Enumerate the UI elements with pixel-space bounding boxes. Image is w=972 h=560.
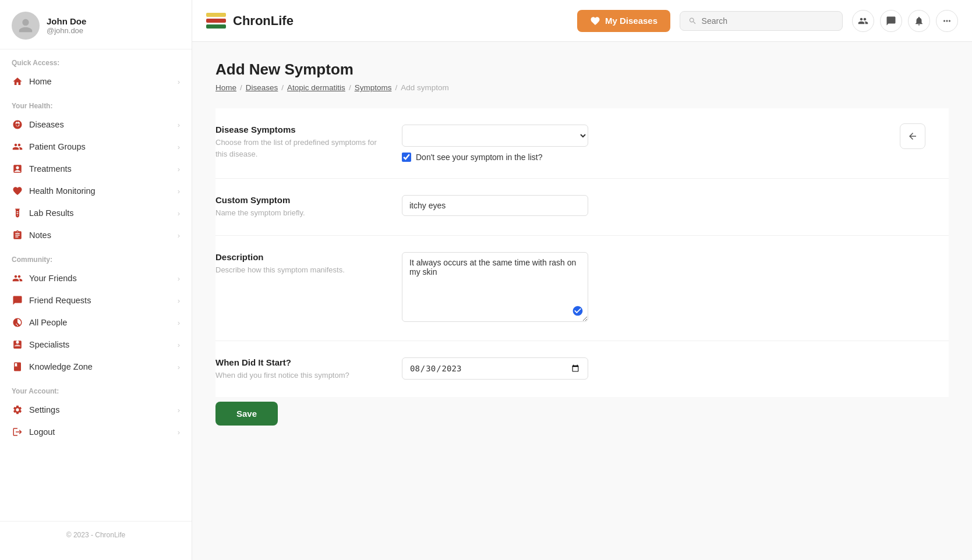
- sidebar-item-health-monitoring[interactable]: Health Monitoring ›: [0, 180, 192, 202]
- breadcrumb-disease-name[interactable]: Atopic dermatitis: [287, 83, 345, 92]
- chevron-icon: ›: [178, 274, 180, 283]
- chevron-icon: ›: [178, 428, 180, 437]
- breadcrumb-sep: /: [395, 83, 397, 92]
- group-icon: [12, 141, 23, 153]
- disease-symptoms-input-col: Don't see your symptom in the list?: [402, 125, 949, 162]
- logo-text: ChronLife: [233, 13, 294, 29]
- health-icon: [12, 185, 23, 197]
- sidebar-item-label: Knowledge Zone: [29, 362, 93, 371]
- sidebar-item-lab-results[interactable]: Lab Results ›: [0, 202, 192, 224]
- sidebar-item-your-friends[interactable]: Your Friends ›: [0, 267, 192, 289]
- chevron-icon: ›: [178, 120, 180, 129]
- breadcrumb-home[interactable]: Home: [215, 83, 236, 92]
- bell-button[interactable]: [908, 10, 930, 32]
- when-started-desc: When did you first notice this symptom?: [215, 370, 379, 381]
- user-handle: @john.doe: [47, 26, 86, 35]
- chat-button[interactable]: [880, 10, 902, 32]
- community-label: Community:: [0, 246, 192, 267]
- page-title: Add New Symptom: [215, 61, 949, 79]
- sidebar-item-label: Notes: [29, 231, 51, 240]
- chevron-icon: ›: [178, 318, 180, 327]
- quick-access-label: Quick Access:: [0, 49, 192, 70]
- chevron-icon: ›: [178, 187, 180, 196]
- search-input[interactable]: [702, 16, 834, 26]
- main-wrapper: ChronLife My Diseases: [192, 0, 972, 560]
- sidebar-item-logout[interactable]: Logout ›: [0, 421, 192, 443]
- knowledge-icon: [12, 361, 23, 373]
- sidebar-item-treatments[interactable]: Treatments ›: [0, 158, 192, 180]
- requests-icon: [12, 295, 23, 306]
- sidebar-item-label: Your Friends: [29, 274, 77, 283]
- lab-icon: [12, 207, 23, 219]
- people-icon: [12, 317, 23, 328]
- sidebar-item-all-people[interactable]: All People ›: [0, 311, 192, 334]
- custom-symptom-title: Custom Symptom: [215, 195, 379, 205]
- breadcrumb: Home / Diseases / Atopic dermatitis / Sy…: [215, 83, 949, 92]
- sidebar-item-specialists[interactable]: Specialists ›: [0, 334, 192, 356]
- more-header-icon: [942, 16, 952, 26]
- header-icons: [852, 10, 958, 32]
- friends-icon: [12, 272, 23, 284]
- bell-header-icon: [914, 16, 924, 26]
- sidebar-item-home[interactable]: Home ›: [0, 70, 192, 93]
- when-started-date-input[interactable]: [402, 357, 588, 380]
- people-button[interactable]: [852, 10, 874, 32]
- sidebar-item-knowledge-zone[interactable]: Knowledge Zone ›: [0, 356, 192, 378]
- disease-symptoms-select[interactable]: [402, 125, 588, 147]
- back-button[interactable]: [900, 123, 925, 149]
- chevron-icon: ›: [178, 341, 180, 349]
- custom-symptom-input[interactable]: [402, 195, 588, 216]
- textarea-wrapper: It always occurs at the same time with r…: [402, 252, 588, 324]
- spell-check-icon: [572, 305, 584, 320]
- home-icon: [12, 76, 23, 87]
- disease-icon: [12, 119, 23, 130]
- chat-header-icon: [886, 16, 896, 26]
- sidebar-item-patient-groups[interactable]: Patient Groups ›: [0, 136, 192, 158]
- breadcrumb-sep: /: [240, 83, 242, 92]
- dont-see-symptom-row: Don't see your symptom in the list?: [402, 153, 949, 162]
- footer-text: © 2023 - ChronLife: [0, 521, 192, 548]
- description-title: Description: [215, 252, 379, 262]
- sidebar-item-friend-requests[interactable]: Friend Requests ›: [0, 289, 192, 311]
- form-section: Disease Symptoms Choose from the list of…: [215, 108, 949, 397]
- settings-icon: [12, 404, 23, 416]
- sidebar-item-diseases[interactable]: Diseases ›: [0, 114, 192, 136]
- search-icon: [688, 16, 697, 26]
- sidebar-item-settings[interactable]: Settings ›: [0, 399, 192, 421]
- header: ChronLife My Diseases: [192, 0, 972, 42]
- description-label-col: Description Describe how this symptom ma…: [215, 252, 379, 276]
- breadcrumb-diseases[interactable]: Diseases: [246, 83, 278, 92]
- custom-symptom-input-col: [402, 195, 949, 216]
- my-diseases-button[interactable]: My Diseases: [577, 10, 670, 32]
- breadcrumb-sep: /: [349, 83, 351, 92]
- description-desc: Describe how this symptom manifests.: [215, 264, 379, 276]
- sidebar-item-notes[interactable]: Notes ›: [0, 224, 192, 246]
- breadcrumb-sep: /: [281, 83, 284, 92]
- description-textarea[interactable]: It always occurs at the same time with r…: [402, 252, 588, 322]
- sidebar-item-label: Patient Groups: [29, 142, 86, 151]
- chevron-icon: ›: [178, 296, 180, 305]
- form-row-description: Description Describe how this symptom ma…: [215, 236, 949, 341]
- chevron-icon: ›: [178, 231, 180, 240]
- form-row-when-started: When Did It Start? When did you first no…: [215, 341, 949, 398]
- more-button[interactable]: [936, 10, 958, 32]
- specialist-icon: [12, 339, 23, 350]
- disease-symptoms-title: Disease Symptoms: [215, 125, 379, 134]
- save-button[interactable]: Save: [215, 402, 278, 426]
- dont-see-checkbox[interactable]: [402, 153, 411, 162]
- form-row-custom-symptom: Custom Symptom Name the symptom briefly.: [215, 179, 949, 236]
- chevron-icon: ›: [178, 406, 180, 414]
- chevron-icon: ›: [178, 143, 180, 151]
- sidebar-item-label: Home: [29, 77, 52, 86]
- when-started-title: When Did It Start?: [215, 357, 379, 367]
- content-area: Add New Symptom Home / Diseases / Atopic…: [192, 42, 972, 560]
- sidebar: John Doe @john.doe Quick Access: Home › …: [0, 0, 192, 560]
- logo: ChronLife: [206, 13, 294, 29]
- custom-symptom-label-col: Custom Symptom Name the symptom briefly.: [215, 195, 379, 219]
- sidebar-item-label: Settings: [29, 405, 59, 414]
- sidebar-item-label: Lab Results: [29, 208, 74, 218]
- chevron-icon: ›: [178, 363, 180, 371]
- breadcrumb-symptoms[interactable]: Symptoms: [355, 83, 392, 92]
- description-input-col: It always occurs at the same time with r…: [402, 252, 949, 324]
- sidebar-item-label: Specialists: [29, 340, 69, 349]
